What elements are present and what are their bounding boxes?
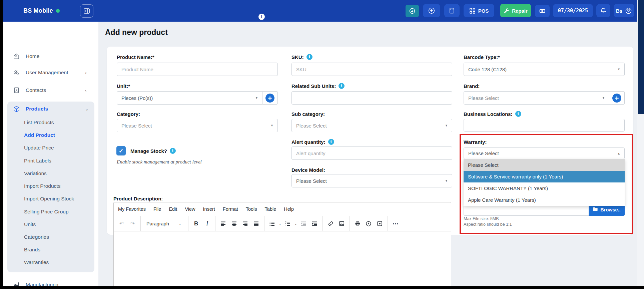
sidebar-item-user-management[interactable]: User Management: [13, 68, 68, 77]
sub-category-select[interactable]: Please Select▼: [291, 119, 452, 132]
business-locations-input[interactable]: [464, 119, 625, 132]
chevron-left-icon[interactable]: ‹: [85, 86, 86, 95]
sidebar-item-manufacturing[interactable]: Manufacturing: [13, 280, 58, 286]
sidebar-item-label: Contacts: [26, 87, 46, 93]
menu-edit[interactable]: Edit: [169, 206, 177, 212]
alert-quantity-input[interactable]: [291, 146, 452, 160]
menu-insert[interactable]: Insert: [203, 206, 215, 212]
sidebar-subitem-import-opening-stock[interactable]: Import Opening Stock: [24, 195, 74, 203]
notifications-button[interactable]: [596, 4, 610, 17]
align-left-button[interactable]: [218, 218, 229, 229]
italic-button[interactable]: I: [202, 218, 213, 229]
menu-table[interactable]: Table: [265, 206, 276, 212]
sidebar-collapse-button[interactable]: [80, 4, 93, 18]
brand-value: Please Select: [468, 95, 499, 101]
vertical-scrollbar[interactable]: [637, 0, 644, 286]
download-button[interactable]: [406, 5, 419, 17]
chevron-down-icon[interactable]: ⌄: [278, 222, 282, 225]
chevron-down-icon[interactable]: ⌄: [293, 222, 298, 225]
calculator-button[interactable]: [444, 4, 460, 17]
unit-select[interactable]: Pieces (Pc(s))▼: [117, 91, 262, 105]
quick-add-button[interactable]: [423, 4, 440, 17]
align-justify-button[interactable]: [251, 218, 262, 229]
bell-icon: [600, 7, 607, 14]
sidebar-subitem-import-products[interactable]: Import Products: [24, 182, 60, 190]
insert-link-button[interactable]: [325, 218, 336, 229]
alert-quantity-label: Alert quantity:i: [291, 139, 334, 145]
info-icon[interactable]: i: [339, 83, 345, 89]
info-icon[interactable]: i: [170, 148, 176, 154]
sidebar-subitem-list-products[interactable]: List Products: [24, 119, 54, 127]
paragraph-format-select[interactable]: Paragraph⌄: [143, 221, 186, 226]
sidebar-item-home[interactable]: Home: [13, 52, 39, 61]
preview-button[interactable]: [363, 218, 374, 229]
menu-file[interactable]: File: [153, 206, 161, 212]
brand-select[interactable]: Please Select▼: [464, 91, 609, 105]
sidebar-subitem-add-product[interactable]: Add Product: [24, 131, 55, 139]
warranty-option-softlogic[interactable]: SOFTLOGIC WARRANTY (1 Years): [464, 182, 625, 194]
bullet-list-button[interactable]: [267, 218, 278, 229]
rich-text-editor: My Favorites File Edit View Insert Forma…: [113, 202, 451, 286]
sidebar-subitem-print-labels[interactable]: Print Labels: [24, 157, 51, 165]
print-button[interactable]: [352, 218, 363, 229]
add-brand-button[interactable]: +: [609, 91, 625, 105]
app-logo[interactable]: BS Mobile: [23, 0, 60, 22]
warranty-option-please-select[interactable]: Please Select: [464, 159, 625, 171]
media-button[interactable]: [374, 218, 385, 229]
menu-help[interactable]: Help: [284, 206, 294, 212]
insert-image-button[interactable]: [336, 218, 347, 229]
chevron-left-icon[interactable]: ‹: [85, 68, 86, 77]
info-icon[interactable]: i: [328, 139, 334, 145]
manage-stock-checkbox[interactable]: ✓: [116, 146, 126, 155]
sidebar-subitem-categories[interactable]: Categories: [24, 233, 49, 241]
product-name-input[interactable]: [117, 63, 278, 76]
chevron-down-icon[interactable]: ⌄: [85, 105, 89, 113]
editor-content-area[interactable]: [114, 231, 451, 286]
undo-button[interactable]: ↶: [116, 218, 127, 229]
outdent-button[interactable]: [298, 218, 309, 229]
repair-button[interactable]: Repair: [500, 4, 531, 17]
date-button[interactable]: 07/30/2025: [553, 4, 593, 17]
indent-button[interactable]: [309, 218, 320, 229]
sidebar: Home User Management ‹ Contacts ‹: [3, 22, 98, 286]
category-select[interactable]: Please Select▼: [117, 119, 278, 132]
online-status-dot: [56, 9, 60, 13]
sidebar-subitem-selling-price-group[interactable]: Selling Price Group: [24, 208, 69, 216]
menu-view[interactable]: View: [185, 206, 195, 212]
select-arrow-up-icon: ▲: [617, 152, 620, 155]
more-tools-button[interactable]: ⋯: [390, 218, 401, 229]
warranty-option-software-service[interactable]: Software & Service warranty only (1 Year…: [464, 171, 625, 182]
bold-button[interactable]: B: [191, 218, 202, 229]
related-sub-units-input[interactable]: [291, 91, 452, 105]
align-center-button[interactable]: [229, 218, 240, 229]
sidebar-item-contacts[interactable]: Contacts: [13, 86, 46, 95]
cash-register-button[interactable]: [535, 5, 550, 17]
sidebar-item-products[interactable]: Products: [13, 105, 48, 113]
users-icon: [13, 69, 20, 76]
sidebar-subitem-brands[interactable]: Brands: [24, 246, 40, 254]
sidebar-subitem-update-price[interactable]: Update Price: [24, 144, 54, 152]
user-menu-button[interactable]: Bs: [614, 4, 634, 17]
menu-tools[interactable]: Tools: [246, 206, 257, 212]
device-model-select[interactable]: Please Select▼: [291, 174, 452, 187]
editor-toolbar: ↶ ↷ Paragraph⌄ B I: [114, 216, 451, 231]
warranty-option-apple-care[interactable]: Apple Care Warranty (1 Years): [464, 194, 625, 206]
scrollbar-thumb[interactable]: [638, 0, 644, 114]
menu-format[interactable]: Format: [223, 206, 238, 212]
sidebar-subitem-warranties[interactable]: Warranties: [24, 258, 49, 266]
info-icon[interactable]: i: [515, 111, 521, 117]
header-info-icon[interactable]: i: [258, 14, 265, 20]
sku-input[interactable]: [291, 63, 452, 76]
warranty-select[interactable]: Please Select▲: [464, 147, 625, 159]
numbered-list-button[interactable]: [282, 218, 293, 229]
align-right-button[interactable]: [240, 218, 251, 229]
redo-button[interactable]: ↷: [127, 218, 138, 229]
sidebar-subitem-units[interactable]: Units: [24, 220, 36, 228]
info-icon[interactable]: i: [306, 54, 312, 60]
add-unit-button[interactable]: +: [262, 91, 278, 105]
menu-my-favorites[interactable]: My Favorites: [118, 206, 146, 212]
sidebar-subitem-variations[interactable]: Variations: [24, 169, 47, 177]
barcode-type-select[interactable]: Code 128 (C128)▼: [464, 63, 625, 76]
business-locations-label: Business Locations:i: [464, 111, 521, 117]
pos-button[interactable]: POS: [464, 4, 494, 17]
